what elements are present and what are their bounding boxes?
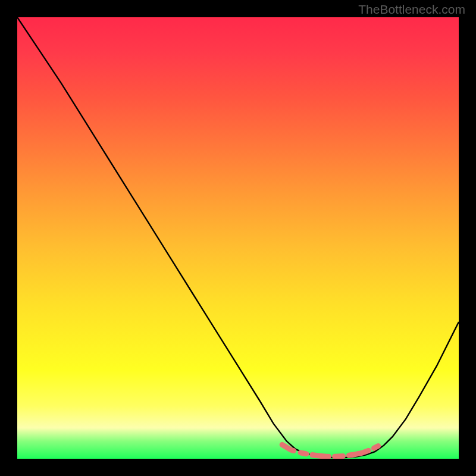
chart-svg	[17, 17, 459, 459]
bottleneck-curve-line	[17, 17, 459, 458]
chart-plot-area	[17, 17, 459, 459]
watermark-text: TheBottleneck.com	[358, 2, 465, 17]
optimal-band-line	[282, 444, 379, 456]
